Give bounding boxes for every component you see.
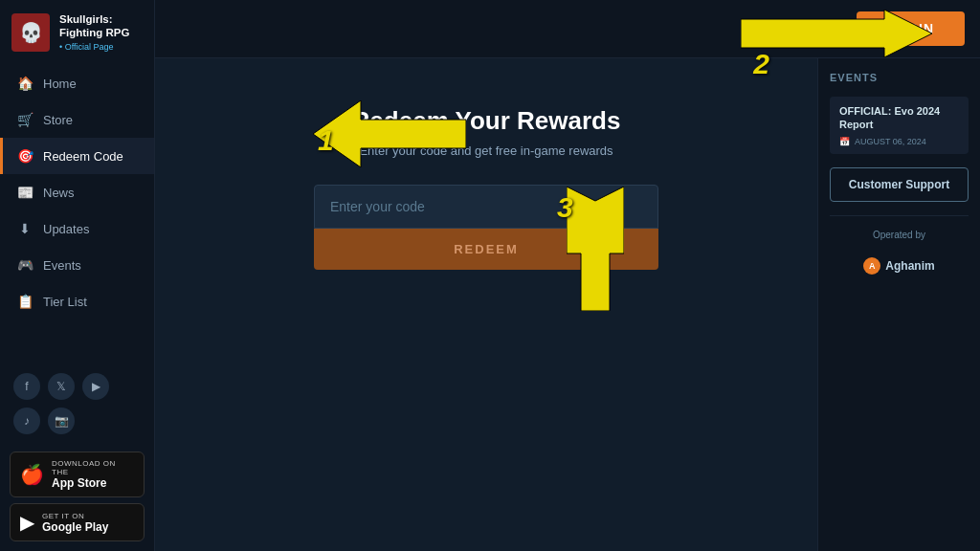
game-avatar: 💀 — [11, 13, 50, 52]
twitter-button[interactable]: 𝕏 — [48, 373, 75, 400]
sidebar-item-label: Redeem Code — [43, 149, 123, 164]
sidebar-item-label: Tier List — [43, 295, 87, 309]
instagram-button[interactable]: 📷 — [48, 408, 75, 434]
center-area: Redeem Your Rewards Enter your code and … — [155, 58, 817, 551]
updates-icon: ⬇ — [16, 220, 33, 237]
sidebar-nav: 🏠 Home 🛒 Store 🎯 Redeem Code 📰 News ⬇ Up… — [0, 65, 154, 364]
sidebar-item-label: Events — [43, 258, 81, 273]
tierlist-icon: 📋 — [16, 293, 33, 310]
facebook-button[interactable]: f — [13, 373, 40, 400]
sidebar-item-events[interactable]: 🎮 Events — [0, 247, 154, 283]
tiktok-button[interactable]: ♪ — [13, 408, 40, 434]
sidebar-item-label: Updates — [43, 222, 89, 236]
google-play-text: GET IT ON Google Play — [42, 512, 108, 534]
game-title: Skullgirls: Fighting RPG — [59, 13, 143, 40]
sidebar-item-tierlist[interactable]: 📋 Tier List — [0, 283, 154, 320]
official-label: • Official Page — [59, 42, 143, 52]
redeem-button[interactable]: REDEEM — [314, 229, 658, 270]
sidebar-item-label: News — [43, 186, 75, 200]
aghanim-row: A Aghanim — [830, 257, 969, 275]
social-links: f 𝕏 ▶ ♪ 📷 — [0, 364, 154, 444]
page-body: Redeem Your Rewards Enter your code and … — [155, 58, 980, 551]
home-icon: 🏠 — [16, 75, 33, 92]
login-button[interactable]: LOGIN — [857, 11, 965, 46]
event-date-row: 📅 AUGUST 06, 2024 — [839, 137, 959, 146]
right-sidebar: EVENTS OFFICIAL: Evo 2024 Report 📅 AUGUS… — [817, 58, 980, 551]
youtube-button[interactable]: ▶ — [82, 373, 109, 400]
app-store-text: Download on the App Store — [52, 459, 134, 490]
aghanim-name: Aghanim — [885, 259, 934, 273]
sidebar-item-store[interactable]: 🛒 Store — [0, 101, 154, 138]
google-play-icon: ▶ — [20, 511, 34, 534]
sidebar-item-news[interactable]: 📰 News — [0, 174, 154, 210]
page-subtitle: Enter your code and get free in-game rew… — [359, 143, 612, 158]
operated-by-label: Operated by — [830, 230, 969, 240]
events-label: EVENTS — [830, 72, 969, 83]
google-play-button[interactable]: ▶ GET IT ON Google Play — [10, 503, 145, 541]
header: LOGIN — [155, 0, 980, 58]
app-store-label: Download on the — [52, 459, 134, 476]
aghanim-logo: A — [863, 257, 880, 275]
events-icon: 🎮 — [16, 256, 33, 274]
news-icon: 📰 — [16, 184, 33, 201]
redeem-form: REDEEM — [314, 185, 658, 270]
app-download-section: 🍎 Download on the App Store ▶ GET IT ON … — [0, 444, 154, 551]
google-play-label: GET IT ON — [42, 512, 108, 520]
redeem-icon: 🎯 — [16, 147, 33, 165]
app-store-button[interactable]: 🍎 Download on the App Store — [10, 452, 145, 497]
game-info: Skullgirls: Fighting RPG • Official Page — [59, 13, 143, 52]
event-card: OFFICIAL: Evo 2024 Report 📅 AUGUST 06, 2… — [830, 97, 969, 154]
divider — [830, 215, 969, 216]
sidebar-header: 💀 Skullgirls: Fighting RPG • Official Pa… — [0, 0, 154, 65]
store-icon: 🛒 — [16, 111, 33, 128]
calendar-icon: 📅 — [839, 137, 850, 146]
sidebar-item-redeem[interactable]: 🎯 Redeem Code — [0, 138, 154, 174]
code-input[interactable] — [314, 185, 658, 229]
google-play-name: Google Play — [42, 520, 108, 534]
apple-icon: 🍎 — [20, 463, 44, 486]
event-title: OFFICIAL: Evo 2024 Report — [839, 104, 959, 132]
sidebar-item-home[interactable]: 🏠 Home — [0, 65, 154, 101]
sidebar-item-label: Home — [43, 77, 77, 91]
sidebar: 💀 Skullgirls: Fighting RPG • Official Pa… — [0, 0, 155, 551]
main-content: LOGIN Redeem Your Rewards Enter your cod… — [155, 0, 980, 551]
customer-support-button[interactable]: Customer Support — [830, 167, 969, 202]
sidebar-item-label: Store — [43, 113, 73, 127]
sidebar-item-updates[interactable]: ⬇ Updates — [0, 210, 154, 247]
app-store-name: App Store — [52, 476, 134, 490]
page-title: Redeem Your Rewards — [352, 106, 621, 136]
event-date: AUGUST 06, 2024 — [855, 137, 926, 146]
